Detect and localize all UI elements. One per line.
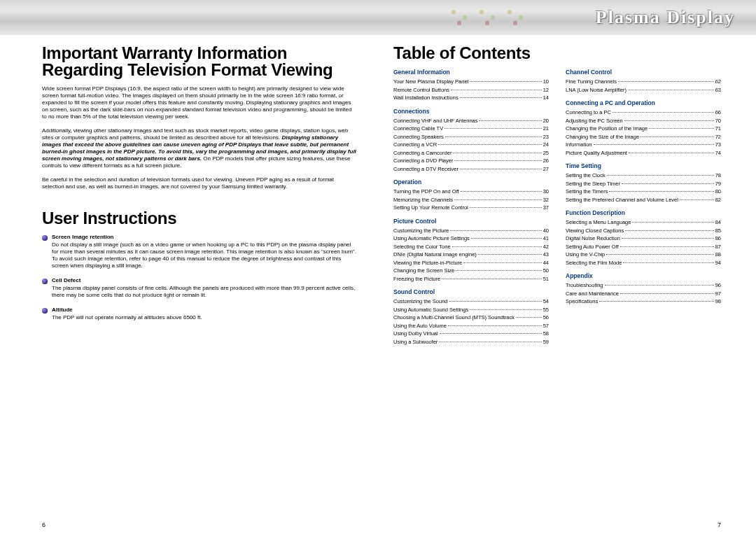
toc-item: Digital Noise Reduction 86 (566, 236, 721, 241)
toc-label: Selecting the Color Tone (393, 244, 451, 250)
toc-label: LNA (Low Noise Amplifier) (566, 87, 626, 93)
toc-dots (624, 120, 714, 121)
toc-page: 82 (715, 197, 721, 203)
toc-label: Viewing the Picture-in-Picture (393, 260, 462, 266)
toc-dots (605, 285, 714, 286)
toc-label: Connecting a Camcorder (393, 150, 451, 156)
toc-dots (628, 90, 714, 90)
toc-page: 78 (715, 173, 721, 178)
toc-page: 87 (715, 244, 721, 250)
toc-col-2: Channel ControlFine Tuning Channels 62LN… (566, 69, 721, 347)
toc-label: Connecting VHF and UHF Antennas (393, 118, 477, 124)
toc-dots (632, 222, 713, 223)
toc-item: Selecting a Menu Language 84 (566, 220, 721, 225)
toc-page: 80 (715, 189, 721, 195)
toc-item: Memorizing the Channels 32 (393, 197, 549, 203)
instruction-body: The plasma display panel consists of fin… (52, 285, 357, 299)
toc-columns: General InformationYour New Plasma Displ… (393, 69, 721, 347)
warranty-heading-line1: Important Warranty Information (42, 43, 287, 62)
toc-item: Using the Auto Volume 57 (393, 323, 549, 329)
toc-dots (609, 191, 713, 192)
toc-dots (622, 238, 714, 239)
toc-label: Setting the Sleep Timer (566, 181, 620, 187)
toc-page: 50 (543, 268, 549, 274)
toc-item: Care and Maintenance 97 (566, 291, 721, 297)
toc-item: Using a Subwoofer 59 (393, 339, 549, 345)
page-spread: Important Warranty Information Regarding… (0, 35, 756, 534)
toc-item: Connecting VHF and UHF Antennas 20 (393, 118, 549, 124)
toc-page: 73 (715, 142, 721, 148)
toc-page: 72 (715, 134, 721, 140)
toc-label: Digital Noise Reduction (566, 236, 620, 241)
toc-page: 24 (543, 142, 549, 148)
toc-page: 25 (543, 150, 549, 156)
toc-label: Changing the Position of the Image (566, 126, 648, 132)
toc-label: Using the V-Chip (566, 252, 605, 258)
toc-item: Turning the PDP On and Off 30 (393, 189, 549, 195)
toc-item: Remote Control Buttons 12 (393, 87, 549, 93)
toc-item: Connecting Speakers 23 (393, 134, 549, 140)
toc-item: Changing the Position of the Image 71 (566, 126, 721, 132)
toc-label: Memorizing the Channels (393, 197, 453, 203)
toc-label: Fine Tuning Channels (566, 79, 617, 85)
toc-page: 70 (715, 118, 721, 124)
toc-item: Your New Plasma Display Panel 10 (393, 79, 549, 85)
toc-item: Picture Quality Adjustment 74 (566, 150, 721, 156)
toc-dots (625, 230, 713, 231)
toc-label: Choosing a Multi-Channel Sound (MTS) Sou… (393, 315, 514, 321)
toc-section-title: Time Setting (566, 162, 721, 169)
toc-page: 58 (543, 331, 549, 337)
page-number-left: 6 (42, 521, 46, 528)
toc-section-title: Connecting a PC and Operation (566, 99, 721, 106)
toc-page: 27 (543, 167, 549, 172)
toc-page: 14 (543, 95, 549, 101)
toc-item: DNIe (Digital Natural Image engine) 43 (393, 252, 549, 258)
toc-item: Wall Installation Instructions 14 (393, 95, 549, 101)
toc-item: Connecting Cable TV 21 (393, 126, 549, 132)
toc-page: 10 (543, 79, 549, 85)
toc-dots (450, 230, 541, 231)
toc-section-title: Picture Control (393, 218, 549, 225)
toc-dots (448, 325, 542, 326)
toc-item: Viewing the Picture-in-Picture 44 (393, 260, 549, 266)
toc-label: Connecting a VCR (393, 142, 437, 148)
toc-label: Using the Auto Volume (393, 323, 447, 329)
page-number-right: 7 (718, 521, 721, 528)
toc-label: Turning the PDP On and Off (393, 189, 459, 195)
toc-label: Setting the Clock (566, 173, 606, 178)
toc-page: 88 (715, 252, 721, 258)
toc-dots (599, 301, 713, 302)
toc-dots (463, 262, 541, 263)
toc-item: Selecting the Color Tone 42 (393, 244, 549, 250)
toc-page: 66 (715, 110, 721, 115)
toc-label: Selecting the Film Mode (566, 260, 622, 266)
toc-section-title: Appendix (566, 272, 721, 279)
toc-page: 59 (543, 339, 549, 345)
toc-item: Setting Auto Power Off 87 (566, 244, 721, 250)
toc-dots (478, 254, 542, 255)
toc-dots (453, 153, 541, 153)
toc-dots (449, 301, 542, 302)
toc-label: Connecting Speakers (393, 134, 444, 140)
toc-label: Wall Installation Instructions (393, 95, 458, 101)
toc-label: Connecting Cable TV (393, 126, 443, 132)
toc-dots (516, 317, 542, 318)
toc-label: Remote Control Buttons (393, 87, 449, 93)
toc-page: 71 (715, 126, 721, 132)
toc-label: Troubleshooting (566, 283, 603, 288)
toc-page: 54 (543, 299, 549, 304)
toc-page: 86 (715, 236, 721, 241)
right-page: Table of Contents General InformationYou… (378, 35, 756, 534)
toc-label: Viewing Closed Captions (566, 228, 624, 234)
toc-dots (623, 262, 713, 263)
toc-dots (461, 191, 542, 192)
toc-item: Specifications 98 (566, 299, 721, 304)
toc-dots (612, 112, 714, 113)
circuit-decoration (448, 3, 532, 31)
toc-page: 62 (715, 79, 721, 85)
toc-label: Your New Plasma Display Panel (393, 79, 468, 85)
toc-item: Using Automatic Sound Settings 55 (393, 307, 549, 313)
toc-item: Setting the Clock 78 (566, 173, 721, 178)
toc-section-title: Sound Control (393, 288, 549, 295)
toc-item: Customizing the Picture 40 (393, 228, 549, 234)
